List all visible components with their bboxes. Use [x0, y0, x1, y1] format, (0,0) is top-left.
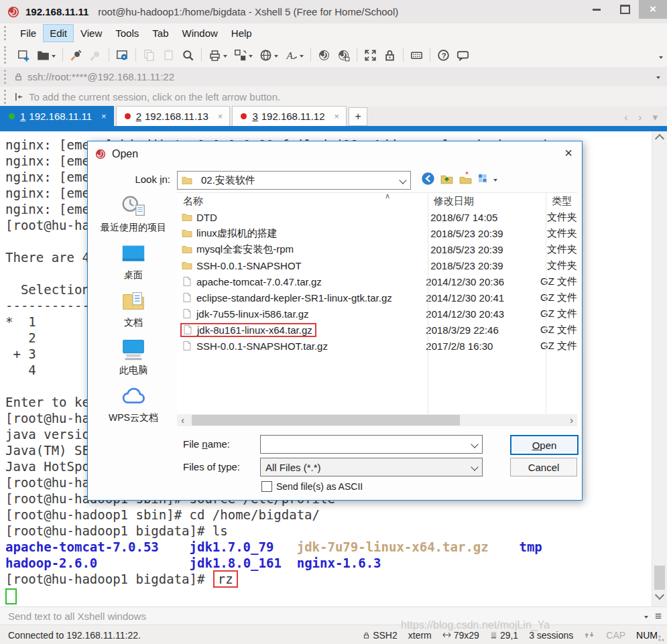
back-button[interactable] [421, 172, 435, 186]
file-date: 2018/5/23 20:39 [424, 244, 541, 255]
xshell-icon[interactable] [315, 46, 333, 64]
scroll-up-icon[interactable] [655, 134, 664, 143]
dropdown-caret-icon[interactable] [249, 55, 253, 60]
address-url[interactable]: ssh://root:****@192.168.11.11:22 [27, 71, 174, 82]
maximize-button[interactable] [611, 0, 639, 19]
menu-item-window[interactable]: Window [176, 25, 224, 42]
dialog-close-icon[interactable]: × [564, 145, 572, 161]
menu-item-tab[interactable]: Tab [146, 25, 174, 42]
scrollbar-thumb[interactable] [192, 415, 460, 426]
open-button[interactable]: Open [510, 435, 579, 455]
scroll-left-icon[interactable]: ‹ [177, 414, 188, 426]
file-type: 文件夹 [541, 227, 577, 240]
file-row[interactable]: eclipse-standard-kepler-SR1-linux-gtk.ta… [177, 289, 577, 306]
file-row[interactable]: mysql全套安装包-rpm2018/5/23 20:39文件夹 [177, 241, 577, 257]
scrollbar-thumb[interactable] [654, 566, 665, 590]
scroll-down-icon[interactable] [655, 590, 664, 600]
transfer-icon[interactable] [231, 46, 255, 64]
tab-scroll-controls[interactable]: ‹ › ▾ [624, 111, 662, 123]
place-desktop[interactable]: 桌面 [92, 240, 175, 287]
new-tab-button[interactable]: + [349, 107, 367, 126]
menu-item-tools[interactable]: Tools [109, 25, 145, 42]
view-menu-button[interactable] [477, 172, 497, 186]
session-tab-192.168.11.12[interactable]: 3192.168.11.12× [232, 106, 347, 126]
menu-item-help[interactable]: Help [225, 25, 258, 42]
ascii-checkbox[interactable] [261, 481, 272, 492]
lock-icon[interactable] [381, 46, 399, 64]
connect-icon[interactable] [67, 46, 85, 64]
fullscreen-icon[interactable] [361, 46, 379, 64]
ascii-checkbox-label: Send file(s) as ASCII [276, 481, 363, 492]
address-dropdown-icon[interactable] [656, 76, 660, 81]
place-thispc[interactable]: 此电脑 [92, 335, 175, 383]
up-one-level-button[interactable] [440, 172, 454, 186]
resize-grip[interactable] [658, 635, 666, 643]
find-icon[interactable] [179, 46, 197, 64]
feedback-icon[interactable] [454, 46, 472, 64]
files-of-type-select[interactable]: All Files (*.*) [260, 458, 483, 476]
column-header-date[interactable]: 修改日期 [428, 195, 546, 208]
dropdown-caret-icon[interactable] [223, 55, 227, 60]
tab-close-icon[interactable]: × [218, 111, 223, 121]
dialog-title-bar[interactable]: Open × [88, 141, 582, 167]
toolbar-grip[interactable] [4, 26, 9, 40]
file-row[interactable]: SSH-0.0.1-SNAPSHOT.tar.gz2017/2/8 16:30G… [177, 338, 577, 354]
dropdown-caret-icon[interactable] [274, 55, 278, 60]
file-row[interactable]: jdk-8u161-linux-x64.tar.gz2018/3/29 22:4… [177, 322, 577, 338]
close-button[interactable]: × [639, 0, 667, 19]
file-row[interactable]: jdk-7u55-linux-i586.tar.gz2014/12/30 20:… [177, 306, 577, 322]
scroll-right-icon[interactable]: › [566, 414, 577, 426]
file-name-input[interactable] [260, 435, 483, 454]
properties-icon[interactable] [113, 46, 131, 64]
folder-icon [182, 175, 192, 186]
font-icon[interactable]: A [282, 46, 306, 64]
open-folder-icon[interactable] [34, 46, 58, 64]
print-icon[interactable] [206, 46, 230, 64]
xftp-icon[interactable] [335, 46, 353, 64]
dropdown-caret-icon[interactable] [300, 55, 304, 60]
dropdown-caret-icon[interactable] [52, 55, 56, 60]
file-row[interactable]: SSH-0.0.1-SNAPSHOT2018/5/23 20:39文件夹 [177, 257, 577, 273]
keyboard-icon[interactable] [408, 46, 426, 64]
toolbar-overflow-icon[interactable] [659, 56, 663, 61]
file-row[interactable]: linux虚拟机的搭建2018/5/23 20:39文件夹 [177, 225, 577, 241]
tab-number: 1 [20, 111, 25, 122]
new-folder-button[interactable]: * [459, 172, 473, 186]
chevron-down-icon [471, 463, 478, 470]
file-row[interactable]: DTD2018/6/7 14:05文件夹 [177, 209, 577, 225]
menu-item-view[interactable]: View [74, 25, 108, 42]
send-history-icon[interactable] [644, 616, 648, 621]
terminal-text: [root@hu-hadoop1 bigdata]# [5, 572, 213, 586]
terminal-scrollbar[interactable] [652, 131, 667, 606]
file-row[interactable]: apache-tomcat-7.0.47.tar.gz2014/12/30 20… [177, 273, 577, 289]
toolbar-grip[interactable] [4, 46, 9, 63]
place-documents[interactable]: 文档 [92, 287, 175, 335]
address-bar[interactable]: ssh://root:****@192.168.11.11:22 [0, 67, 667, 87]
new-session-icon[interactable] [15, 46, 33, 64]
menu-item-file[interactable]: File [14, 25, 42, 42]
svg-text:*: * [466, 172, 469, 178]
toolbar-grip[interactable] [4, 70, 9, 83]
cancel-button[interactable]: Cancel [510, 458, 577, 476]
title-bar[interactable]: 192.168.11.11 root@hu-hadoop1:/home/bigd… [0, 0, 667, 23]
svg-text:?: ? [442, 51, 446, 59]
send-text-input[interactable]: Send text to all Xshell windows [8, 610, 146, 622]
menu-item-edit[interactable]: Edit [44, 25, 73, 42]
place-recent[interactable]: 最近使用的项目 [92, 192, 175, 240]
help-icon[interactable]: ? [434, 46, 452, 64]
place-cloud[interactable]: WPS云文档 [92, 383, 175, 430]
send-menu-icon[interactable]: ≡ [655, 610, 662, 623]
session-tab-192.168.11.13[interactable]: 2192.168.11.13× [116, 106, 231, 126]
session-tab-192.168.11.11[interactable]: 1192.168.11.11× [0, 106, 114, 126]
file-type: 文件夹 [541, 211, 577, 224]
tab-close-icon[interactable]: × [101, 111, 107, 121]
look-in-combobox[interactable]: 02.安装软件 [177, 171, 411, 190]
session-count: 3 sessions [529, 630, 573, 641]
file-list-hscrollbar[interactable]: ‹ › [177, 414, 577, 426]
web-icon[interactable] [257, 46, 281, 64]
send-text-bar[interactable]: Send text to all Xshell windows ≡ [0, 606, 667, 625]
tab-close-icon[interactable]: × [335, 111, 340, 121]
toolbar-grip[interactable] [4, 90, 9, 104]
column-header-type[interactable]: 类型 [546, 195, 572, 208]
minimize-button[interactable] [583, 0, 611, 19]
